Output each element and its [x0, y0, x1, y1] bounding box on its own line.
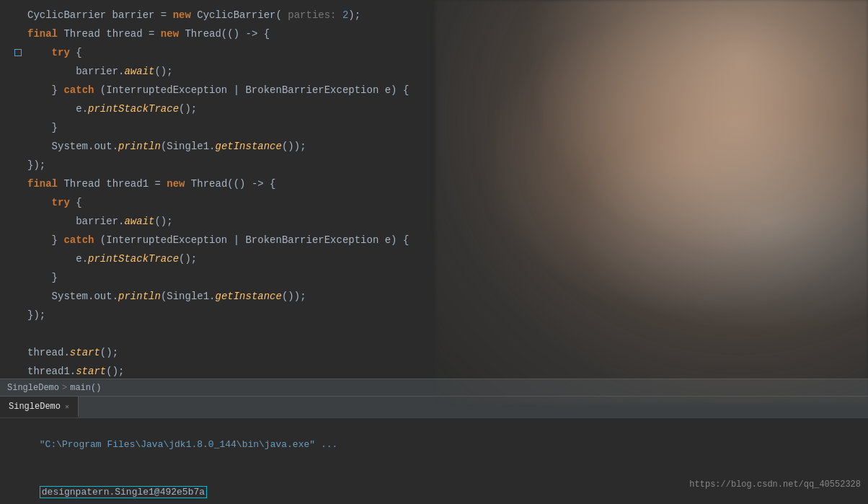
breadcrumb-method: main() — [70, 383, 101, 393]
line-content: }); — [27, 306, 868, 324]
main-container: CyclicBarrier barrier = new CyclicBarrie… — [0, 0, 868, 504]
line-content: } catch (InterruptedException | BrokenBa… — [27, 231, 868, 249]
code-line: System.out.println(Single1.getInstance()… — [0, 287, 868, 306]
output-line-1-highlighted: designpatern.Single1@492e5b7a — [40, 486, 207, 498]
breadcrumb-sep: > — [62, 383, 67, 393]
line-content: }); — [27, 156, 868, 174]
line-content: final Thread thread1 = new Thread(() -> … — [27, 174, 868, 193]
tab-bar: SingleDemo ✕ — [0, 396, 868, 417]
code-line: try { — [0, 43, 868, 62]
code-line: e.printStackTrace(); — [0, 100, 868, 118]
code-line: thread1.start(); — [0, 362, 868, 379]
code-line: } — [0, 118, 868, 137]
line-content: thread.start(); — [27, 343, 868, 362]
line-content: e.printStackTrace(); — [27, 249, 868, 268]
line-gutter — [6, 49, 27, 56]
code-line: } catch (InterruptedException | BrokenBa… — [0, 81, 868, 100]
breadcrumb-class: SingleDemo — [7, 383, 59, 393]
code-line: barrier.await(); — [0, 212, 868, 231]
code-line: System.out.println(Single1.getInstance()… — [0, 137, 868, 156]
line-content: try { — [27, 193, 868, 212]
line-content: e.printStackTrace(); — [27, 100, 868, 118]
code-line: }); — [0, 156, 868, 174]
console-exec-line: "C:\Program Files\Java\jdk1.8.0_144\bin\… — [6, 421, 862, 469]
code-line: thread.start(); — [0, 343, 868, 362]
line-content: System.out.println(Single1.getInstance()… — [27, 287, 868, 306]
code-editor: CyclicBarrier barrier = new CyclicBarrie… — [0, 0, 868, 379]
code-line: e.printStackTrace(); — [0, 249, 868, 268]
watermark: https://blog.csdn.net/qq_40552328 — [689, 479, 861, 490]
code-line: final Thread thread1 = new Thread(() -> … — [0, 174, 868, 193]
line-content: } — [27, 118, 868, 137]
line-content: final Thread thread = new Thread(() -> { — [27, 25, 868, 43]
line-content: } catch (InterruptedException | BrokenBa… — [27, 81, 868, 100]
line-content: thread1.start(); — [27, 362, 868, 379]
code-line: barrier.await(); — [0, 62, 868, 81]
line-content: barrier.await(); — [27, 62, 868, 81]
code-line — [0, 324, 868, 343]
breakpoint-arrow — [14, 49, 22, 56]
console-area: "C:\Program Files\Java\jdk1.8.0_144\bin\… — [0, 417, 868, 504]
code-line: CyclicBarrier barrier = new CyclicBarrie… — [0, 6, 868, 25]
breadcrumb-bar: SingleDemo > main() — [0, 379, 868, 396]
line-content: } — [27, 268, 868, 287]
code-line: final Thread thread = new Thread(() -> { — [0, 25, 868, 43]
tab-label: SingleDemo — [9, 402, 61, 412]
line-content: try { — [27, 43, 868, 62]
line-content: barrier.await(); — [27, 212, 868, 231]
exec-path-text: "C:\Program Files\Java\jdk1.8.0_144\bin\… — [40, 439, 337, 450]
tab-single-demo[interactable]: SingleDemo ✕ — [0, 397, 79, 417]
tab-close-icon[interactable]: ✕ — [65, 402, 69, 411]
line-content: CyclicBarrier barrier = new CyclicBarrie… — [27, 6, 868, 25]
code-line: } catch (InterruptedException | BrokenBa… — [0, 231, 868, 249]
code-line: }); — [0, 306, 868, 324]
line-content: System.out.println(Single1.getInstance()… — [27, 137, 868, 156]
code-line: try { — [0, 193, 868, 212]
code-line: } — [0, 268, 868, 287]
